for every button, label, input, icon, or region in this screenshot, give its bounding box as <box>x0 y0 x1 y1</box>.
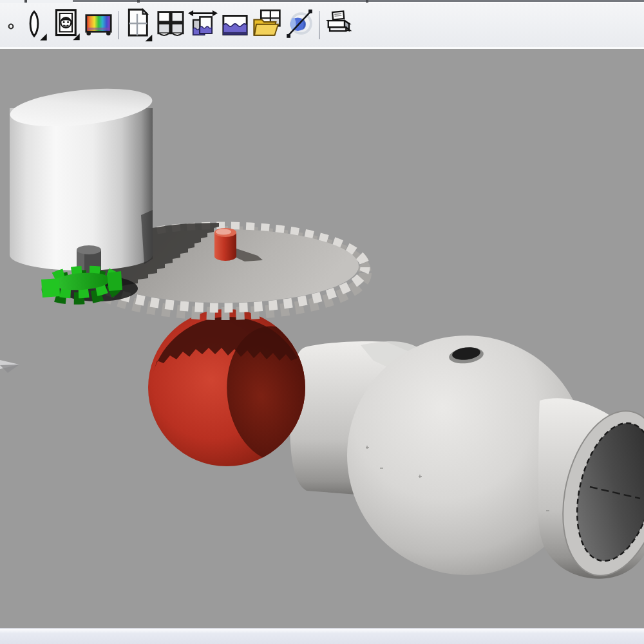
portrait-view-button[interactable] <box>51 6 82 44</box>
ellipsoid-button[interactable] <box>19 6 50 44</box>
point-icon <box>6 10 16 41</box>
portrait-view-icon <box>52 8 80 43</box>
axis-arrow <box>0 360 19 373</box>
four-viewports-icon <box>156 8 185 42</box>
print-icon <box>325 8 354 43</box>
new-viewport-icon <box>124 7 153 43</box>
rotate-view-button[interactable] <box>284 6 315 44</box>
print-button[interactable] <box>324 6 355 44</box>
top-tick <box>24 0 27 3</box>
ellipsoid-icon <box>21 8 48 43</box>
rotate-view-icon <box>285 7 314 43</box>
open-layout-button[interactable] <box>252 6 283 44</box>
display-colors-icon <box>84 8 113 42</box>
flyout-arrow <box>40 33 47 41</box>
top-tick <box>137 0 140 3</box>
stretch-viewport-button[interactable] <box>187 6 218 44</box>
application-window <box>0 0 644 644</box>
viewport-scene <box>0 49 644 628</box>
toolbar-separator <box>118 11 119 39</box>
four-viewports-button[interactable] <box>155 6 186 44</box>
cylinder-object[interactable] <box>8 83 154 270</box>
float-viewport-icon <box>220 8 250 42</box>
display-colors-button[interactable] <box>83 6 114 44</box>
top-tick <box>366 0 368 3</box>
stretch-viewport-icon <box>188 7 218 43</box>
float-viewport-button[interactable] <box>220 6 251 44</box>
open-layout-icon <box>252 7 282 43</box>
point-button[interactable] <box>5 6 17 44</box>
pinion-shaft <box>77 245 101 254</box>
status-bar <box>0 628 644 644</box>
viewport-3d[interactable] <box>0 49 644 628</box>
valve-body-object[interactable] <box>290 336 644 585</box>
new-viewport-button[interactable] <box>123 6 154 44</box>
toolbar-separator <box>319 11 320 39</box>
main-toolbar <box>0 3 644 49</box>
